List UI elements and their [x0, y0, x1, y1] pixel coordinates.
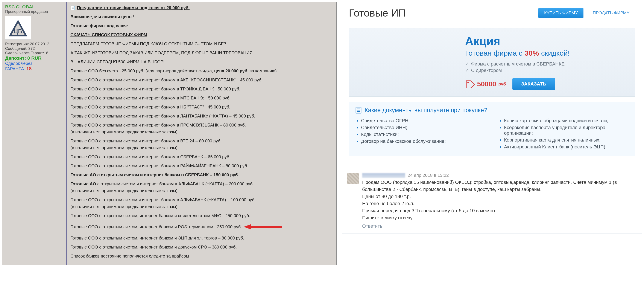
- price-item: Готовые ООО с открытым счетом и интернет…: [70, 162, 332, 169]
- post-title: Предлагаем готовые фирмы под ключ от 20 …: [77, 4, 190, 11]
- price-item-ooo-alfa: Готовые ООО с открытым счетом и интернет…: [70, 196, 332, 210]
- offer-custom: А ТАК-ЖЕ ИЗГОТОВИМ ПОД ЗАКАЗ ИЛИ ПОДБЕРЕ…: [70, 49, 332, 56]
- promo-feature: С директором: [465, 68, 627, 73]
- reg-line: Регистрация: 20.07.2012: [5, 42, 63, 46]
- price-item: Готовые ООО с открытым счетом и интернет…: [70, 104, 332, 110]
- document-list-icon: [356, 107, 362, 114]
- forum-sidebar: BSC.GLOBAL Проверенный продавец ЦБ Регис…: [2, 2, 66, 265]
- promo-banner: Акция Готовая фирма с 30% скидкой! Фирма…: [349, 28, 635, 97]
- price-item: Готовые ООО с открытым счетом, интернет …: [70, 234, 332, 241]
- documents-box: Какие документы вы получите при покупке?…: [349, 102, 635, 156]
- avatar: [347, 173, 359, 184]
- attention-line: Внимание, мы снизили цены!: [70, 13, 332, 20]
- offer-head: ПРЕДЛАГАЕМ ГОТОВЫЕ ФИРМЫ ПОД КЛЮЧ С ОТКР…: [70, 40, 332, 47]
- triangle-logo-icon: ЦБ: [8, 19, 28, 37]
- doc-item: Коды статистики;: [361, 132, 486, 137]
- price-item-pos: Готовые ООО с открытым счетом, интернет …: [70, 223, 242, 230]
- doc-item: Копию карточки с образцами подписи и печ…: [504, 118, 628, 124]
- social-post: 24 апр 2018 в 13:22 Продам ООО (порядка …: [342, 168, 642, 233]
- seller-logo: ЦБ: [5, 16, 31, 40]
- price-tag-icon: [465, 80, 475, 88]
- social-meta: 24 апр 2018 в 13:22: [362, 173, 637, 178]
- doc-item: Договор на банковское обслуживание;: [361, 139, 486, 144]
- doc-item: Свидетельство ОГРН;: [361, 118, 486, 124]
- price-item: Готовые ООО с открытым счетом, интернет …: [70, 212, 332, 219]
- promo-heading: Акция: [465, 34, 627, 48]
- price-item-psb: Готовые ООО с открытым счетом и интернет…: [70, 122, 332, 135]
- turnkey-line: Готовые фирмы под ключ:: [70, 22, 332, 29]
- msg-line: Сообщений: 372: [5, 46, 63, 51]
- doc-item: Ксерокопия паспорта учредителя и директо…: [504, 125, 628, 136]
- svg-marker-4: [244, 224, 251, 229]
- forum-panel: BSC.GLOBAL Проверенный продавец ЦБ Регис…: [2, 2, 336, 265]
- red-arrow-annotation: [244, 224, 282, 229]
- footer-line: Список банков постоянно пополняется след…: [70, 253, 332, 259]
- price-tag: 50000 руб: [465, 80, 506, 88]
- doc-item: Свидетельство ИНН;: [361, 125, 486, 130]
- price-item: Готовые ООО с открытым счетом и интернет…: [70, 86, 332, 92]
- buy-company-button[interactable]: КУПИТЬ ФИРМУ: [538, 8, 584, 18]
- svg-text:ЦБ: ЦБ: [14, 28, 22, 34]
- order-button[interactable]: ЗАКАЗАТЬ: [512, 78, 555, 90]
- download-list-link[interactable]: СКАЧАТЬ СПИСОК ГОТОВЫХ ФИРМ: [70, 33, 147, 37]
- documents-list-right: Копию карточки с образцами подписи и печ…: [498, 117, 628, 151]
- site-header: Готовые ИП КУПИТЬ ФИРМУ ПРОДАТЬ ФИРМУ: [342, 2, 642, 24]
- price-item: Готовые ООО с открытым счетом, интернет …: [70, 243, 332, 250]
- garant-line: Сделок через ГАРАНТА: 18: [5, 61, 63, 72]
- page-title: Готовые ИП: [349, 7, 406, 19]
- documents-title: Какие документы вы получите при покупке?: [364, 107, 487, 114]
- seller-name-link[interactable]: BSC.GLOBAL: [5, 4, 63, 10]
- stock-line: В НАЛИЧИИ СЕГОДНЯ 500 ФИРМ НА ВЫБОР!: [70, 58, 332, 65]
- price-item: Готовые ООО с открытым счетом и интернет…: [70, 95, 332, 101]
- deposit-line: Депозит: 0 RUR: [5, 55, 63, 61]
- document-icon: 📄: [70, 5, 75, 11]
- forum-post: 📄 Предлагаем готовые фирмы под ключ от 2…: [66, 2, 336, 265]
- documents-list-left: Свидетельство ОГРН; Свидетельство ИНН; К…: [356, 117, 486, 151]
- seller-verified: Проверенный продавец: [5, 10, 63, 14]
- site-panel: Готовые ИП КУПИТЬ ФИРМУ ПРОДАТЬ ФИРМУ Ак…: [342, 2, 642, 162]
- price-item-ao-alfa: Готовые АО с открытым счетом и интернет …: [70, 180, 332, 194]
- author-name-blurred: [362, 173, 405, 178]
- reply-link[interactable]: Ответить: [362, 223, 637, 229]
- deals-line: Сделок через Гарант:18: [5, 51, 63, 55]
- promo-feature: Фирма с расчетным счетом в СБЕРБАНКЕ: [465, 61, 627, 67]
- sell-company-button[interactable]: ПРОДАТЬ ФИРМУ: [587, 8, 635, 18]
- price-item-ao-sber: Готовые АО с открытым счетом и интернет …: [70, 171, 332, 178]
- promo-subtitle: Готовая фирма с 30% скидкой!: [465, 49, 627, 57]
- doc-item: Корпоративная карта для снятия наличных;: [504, 137, 628, 143]
- price-item: Готовые ООО с открытым счетом и интернет…: [70, 77, 332, 83]
- price-item-vtb: Готовые ООО с открытым счетом и интернет…: [70, 137, 332, 151]
- doc-item: Активированный Клиент-банк (носитель ЭЦП…: [504, 144, 628, 150]
- svg-point-5: [467, 82, 468, 83]
- no-account-line: Готовые ООО без счета - 25 000 руб. (для…: [70, 68, 332, 74]
- social-text: Продам ООО (порядка 15 наименований) ОКВ…: [362, 179, 637, 221]
- price-item: Готовые ООО с открытым счетом и интернет…: [70, 113, 332, 119]
- price-item: Готовые ООО с открытым счетом и интернет…: [70, 153, 332, 160]
